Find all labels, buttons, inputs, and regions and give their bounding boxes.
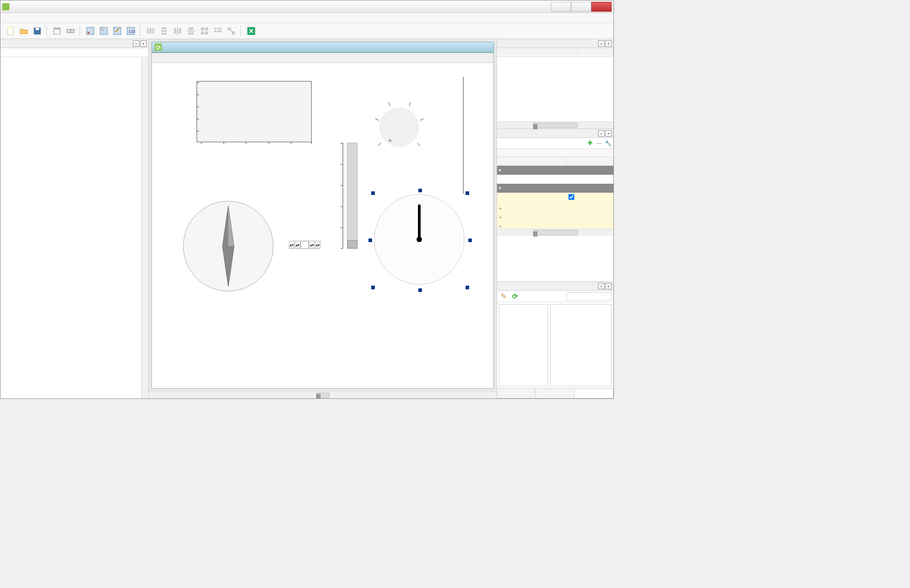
selection-handle[interactable] <box>371 286 375 289</box>
selection-handle[interactable] <box>371 191 375 195</box>
close-panel-button[interactable]: ✕ <box>140 40 146 47</box>
layout-form-button[interactable]: 123 <box>124 25 137 37</box>
svg-rect-51 <box>347 143 357 248</box>
tab-resources[interactable] <box>575 389 613 398</box>
svg-rect-3 <box>36 28 39 30</box>
property-filter-input[interactable] <box>498 139 586 147</box>
selection-handle[interactable] <box>418 189 422 192</box>
dock-button[interactable]: ▫ <box>598 130 604 137</box>
prop-hscroll[interactable]: ||| <box>497 229 613 236</box>
svg-line-64 <box>375 119 379 120</box>
qwt-analog-clock-widget[interactable] <box>372 192 466 287</box>
resource-filter-input[interactable] <box>566 292 612 301</box>
widget-list[interactable] <box>0 57 141 398</box>
canvas-hscroll[interactable]: ||| <box>149 391 497 398</box>
remove-property-icon[interactable]: — <box>595 139 604 147</box>
vsplit-icon[interactable] <box>185 25 197 37</box>
svg-rect-32 <box>214 31 217 32</box>
svg-rect-1 <box>8 27 13 29</box>
widget-filter-input[interactable] <box>0 48 148 57</box>
svg-point-72 <box>417 237 422 242</box>
right-panels: ▫ ✕ ||| ▫ ✕ <box>497 39 613 398</box>
enabled-checkbox[interactable] <box>568 194 574 200</box>
save-button[interactable] <box>31 25 44 37</box>
menu-window[interactable] <box>38 17 45 19</box>
scrollbar[interactable] <box>141 57 148 398</box>
layout-h-button[interactable] <box>84 25 97 37</box>
menu-edit[interactable] <box>9 17 17 19</box>
menu-settings[interactable] <box>31 17 38 19</box>
object-tree-header <box>497 48 613 57</box>
object-tree[interactable] <box>497 57 613 121</box>
window-controls <box>551 2 612 12</box>
hlayout-icon[interactable] <box>144 25 157 37</box>
maximize-button[interactable] <box>571 2 591 12</box>
svg-rect-14 <box>147 28 149 34</box>
selection-handle[interactable] <box>368 239 372 242</box>
prop-sizepolicy[interactable]: ▸ <box>497 211 613 220</box>
prop-group-qwidget[interactable]: ▾ <box>497 184 613 193</box>
close-panel-button[interactable]: ✕ <box>605 130 612 137</box>
prop-minimumsize[interactable]: ▸ <box>497 220 613 229</box>
adjust-size-icon[interactable] <box>245 25 257 37</box>
wrench-icon[interactable]: 🔧 <box>604 139 613 147</box>
form-icon[interactable] <box>212 25 224 37</box>
minimize-button[interactable] <box>551 2 571 12</box>
resource-tree[interactable] <box>499 304 548 386</box>
selection-handle[interactable] <box>468 239 472 242</box>
dock-button[interactable]: ▫ <box>598 283 604 289</box>
vlayout-icon[interactable] <box>158 25 170 37</box>
prop-enabled[interactable] <box>497 193 613 202</box>
qwt-thermo-widget[interactable] <box>325 141 361 253</box>
toolbar: 123 <box>0 23 613 39</box>
svg-rect-27 <box>205 27 208 31</box>
svg-rect-18 <box>161 30 167 32</box>
qwt-counter-widget[interactable]: ▴▾ ▴▾ ▴▾ ▴▾ <box>289 241 320 249</box>
break-layout-icon[interactable] <box>225 25 238 37</box>
svg-rect-16 <box>152 28 154 34</box>
selection-handle[interactable] <box>418 288 422 292</box>
property-table[interactable]: ▾ ▾ ▸ ▸ ▸ <box>497 166 613 229</box>
menu-view[interactable] <box>24 17 31 19</box>
resource-preview[interactable] <box>550 304 612 386</box>
new-button[interactable] <box>4 25 17 37</box>
prop-geometry[interactable]: ▸ <box>497 202 613 211</box>
close-panel-button[interactable]: ✕ <box>605 40 612 47</box>
obj-hscroll[interactable]: ||| <box>497 121 613 128</box>
menu-file[interactable] <box>2 17 9 19</box>
qwt-plot-widget[interactable] <box>177 79 316 160</box>
form-menu-hint[interactable] <box>152 53 493 63</box>
dock-button[interactable]: ▫ <box>133 40 139 47</box>
menu-form[interactable] <box>17 17 24 19</box>
add-property-icon[interactable]: + <box>586 139 595 147</box>
edit-widgets-button[interactable] <box>51 25 63 37</box>
dock-button[interactable]: ▫ <box>598 40 604 47</box>
open-button[interactable] <box>18 25 30 37</box>
close-button[interactable] <box>591 2 612 12</box>
prop-objectname[interactable] <box>497 175 613 184</box>
main-area: ▫ ✕ Qt <box>0 39 613 398</box>
design-surface[interactable]: ▴▾ ▴▾ ▴▾ ▴▾ <box>151 53 494 389</box>
layout-grid-button[interactable] <box>111 25 124 37</box>
layout-v-button[interactable] <box>98 25 110 37</box>
svg-rect-20 <box>174 28 176 34</box>
tab-actions[interactable] <box>536 389 574 398</box>
hsplit-icon[interactable] <box>171 25 184 37</box>
qwt-compass-widget[interactable] <box>181 199 275 293</box>
qwt-scale-widget[interactable] <box>451 75 473 197</box>
menu-help[interactable] <box>45 17 53 19</box>
selection-handle[interactable] <box>466 286 469 289</box>
svg-line-68 <box>417 143 420 146</box>
selection-handle[interactable] <box>466 191 469 195</box>
tab-signals[interactable] <box>497 389 536 398</box>
reload-icon[interactable]: ⟳ <box>510 292 519 301</box>
svg-rect-7 <box>71 29 74 33</box>
qwt-knob-widget[interactable] <box>365 98 433 156</box>
grid-icon[interactable] <box>198 25 211 37</box>
svg-rect-11 <box>114 27 121 35</box>
prop-group-qobject[interactable]: ▾ <box>497 166 613 175</box>
edit-resource-icon[interactable]: ✎ <box>499 292 508 301</box>
svg-rect-21 <box>179 28 181 34</box>
close-panel-button[interactable]: ✕ <box>605 283 612 289</box>
edit-signals-button[interactable] <box>64 25 77 37</box>
